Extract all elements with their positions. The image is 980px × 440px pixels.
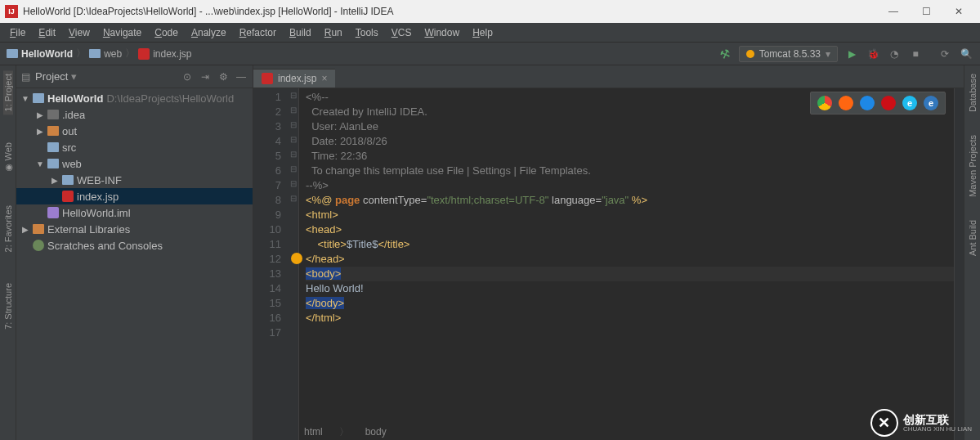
- scroll-from-source-button[interactable]: ⊙: [181, 70, 194, 83]
- search-everywhere-button[interactable]: 🔍: [959, 47, 973, 61]
- menu-analyze[interactable]: Analyze: [185, 25, 233, 40]
- watermark-subtext: CHUANG XIN HU LIAN: [903, 425, 972, 433]
- tool-window-ant-build[interactable]: Ant Build: [968, 217, 978, 259]
- tool-window-database[interactable]: Database: [968, 70, 978, 115]
- code-content[interactable]: <%-- Created by IntelliJ IDEA. User: Ala…: [299, 88, 954, 440]
- chrome-browser-button[interactable]: [817, 96, 832, 110]
- stop-button[interactable]: ■: [908, 47, 923, 61]
- jsp-icon: [138, 48, 150, 60]
- menu-view[interactable]: View: [62, 25, 96, 40]
- project-tree[interactable]: ▼HelloWorld D:\IdeaProjects\HelloWorld▶.…: [16, 88, 253, 440]
- menu-tools[interactable]: Tools: [349, 25, 385, 40]
- close-tab-icon[interactable]: ×: [321, 73, 327, 84]
- safari-browser-button[interactable]: [860, 96, 875, 110]
- edge-browser-button[interactable]: e: [924, 96, 938, 110]
- menu-navigate[interactable]: Navigate: [96, 25, 148, 40]
- editor-area: index.jsp × 1234567891011121314151617 ⊟⊟…: [253, 65, 964, 440]
- expand-arrow[interactable]: ▼: [21, 94, 29, 103]
- jsp-icon: [262, 73, 273, 84]
- menu-file[interactable]: File: [3, 25, 32, 40]
- menu-window[interactable]: Window: [418, 25, 466, 40]
- breadcrumb-helloworld[interactable]: HelloWorld: [7, 48, 73, 60]
- menu-build[interactable]: Build: [283, 25, 318, 40]
- breadcrumb-node-body[interactable]: body: [360, 426, 392, 438]
- window-title: HelloWorld [D:\IdeaProjects\HelloWorld] …: [23, 6, 877, 17]
- coverage-button[interactable]: ◔: [887, 47, 902, 61]
- minimize-button[interactable]: —: [877, 0, 910, 23]
- breadcrumb-index-jsp[interactable]: index.jsp: [138, 48, 191, 60]
- tool-window----project[interactable]: 1: Project: [3, 70, 13, 114]
- intention-bulb-icon[interactable]: [291, 253, 302, 264]
- debug-button[interactable]: 🐞: [866, 47, 880, 61]
- tomcat-icon: [746, 50, 754, 58]
- line-number-gutter: 1234567891011121314151617: [253, 88, 288, 440]
- menu-refactor[interactable]: Refactor: [233, 25, 283, 40]
- menu-bar: FileEditViewNavigateCodeAnalyzeRefactorB…: [0, 23, 980, 43]
- tree-item--idea[interactable]: ▶.idea: [16, 106, 253, 123]
- expand-arrow[interactable]: ▶: [36, 110, 44, 119]
- project-panel-title[interactable]: Project: [35, 70, 68, 83]
- expand-arrow[interactable]: ▶: [21, 225, 29, 234]
- menu-help[interactable]: Help: [466, 25, 499, 40]
- firefox-browser-button[interactable]: [839, 96, 853, 110]
- menu-code[interactable]: Code: [148, 25, 185, 40]
- run-config-selector[interactable]: Tomcat 8.5.33 ▾: [739, 46, 838, 62]
- chevron-down-icon[interactable]: ▾: [71, 70, 77, 83]
- error-stripe[interactable]: [954, 88, 964, 440]
- watermark: ✕ 创新互联 CHUANG XIN HU LIAN: [870, 409, 972, 437]
- ie-browser-button[interactable]: e: [902, 96, 917, 110]
- folder-icon: [7, 49, 18, 58]
- tool-window----structure[interactable]: 7: Structure: [3, 280, 13, 333]
- iml-icon: [47, 207, 59, 218]
- app-icon: IJ: [5, 5, 18, 18]
- tree-item-helloworld-iml[interactable]: HelloWorld.iml: [16, 204, 253, 221]
- breadcrumb-node-html[interactable]: html: [299, 426, 328, 438]
- structure-breadcrumb[interactable]: html〉body: [299, 424, 392, 440]
- tree-item-web-inf[interactable]: ▶WEB-INF: [16, 172, 253, 188]
- tree-item-index-jsp[interactable]: index.jsp: [16, 188, 253, 204]
- tree-item-scratches-and-consoles[interactable]: Scratches and Consoles: [16, 237, 253, 254]
- right-tool-stripe: DatabaseMaven ProjectsAnt Build: [964, 65, 980, 440]
- breadcrumb: HelloWorld〉web〉index.jsp: [7, 47, 718, 61]
- breadcrumb-web[interactable]: web: [89, 48, 122, 60]
- menu-run[interactable]: Run: [318, 25, 349, 40]
- maximize-button[interactable]: ☐: [910, 0, 942, 23]
- folder-blue-icon: [47, 159, 59, 168]
- hide-panel-button[interactable]: —: [235, 70, 248, 83]
- close-button[interactable]: ✕: [942, 0, 975, 23]
- tree-item-out[interactable]: ▶out: [16, 123, 253, 139]
- run-config-label: Tomcat 8.5.33: [759, 48, 821, 60]
- tree-item-helloworld[interactable]: ▼HelloWorld D:\IdeaProjects\HelloWorld: [16, 90, 253, 106]
- navigation-toolbar: HelloWorld〉web〉index.jsp ⚒ Tomcat 8.5.33…: [0, 43, 980, 65]
- editor-body[interactable]: 1234567891011121314151617 ⊟⊟⊟⊟⊟⊟⊟⊟ <%-- …: [253, 88, 964, 440]
- build-button[interactable]: ⚒: [715, 44, 734, 63]
- tree-item-external-libraries[interactable]: ▶External Libraries: [16, 221, 253, 237]
- tree-item-web[interactable]: ▼web: [16, 155, 253, 172]
- tool-window-maven-projects[interactable]: Maven Projects: [968, 132, 978, 200]
- opera-browser-button[interactable]: [881, 96, 896, 110]
- update-button[interactable]: ⟳: [937, 47, 952, 61]
- expand-arrow[interactable]: ▼: [36, 159, 44, 168]
- tab-index-jsp[interactable]: index.jsp ×: [253, 69, 335, 88]
- tool-window----favorites[interactable]: 2: Favorites: [3, 202, 13, 255]
- run-button[interactable]: ▶: [844, 47, 859, 61]
- expand-arrow[interactable]: ▶: [51, 176, 59, 185]
- folder-blue-icon: [62, 175, 74, 185]
- expand-arrow[interactable]: ▶: [36, 127, 44, 136]
- project-view-icon: ▤: [21, 71, 30, 83]
- jsp-icon: [62, 191, 74, 202]
- folder-blue-icon: [33, 93, 44, 103]
- watermark-text: 创新互联: [903, 414, 972, 425]
- collapse-all-button[interactable]: ⇥: [199, 70, 212, 83]
- settings-button[interactable]: ⚙: [217, 70, 230, 83]
- scratch-icon: [33, 240, 44, 251]
- tree-item-src[interactable]: src: [16, 139, 253, 155]
- folder-orange-icon: [47, 126, 59, 136]
- chevron-down-icon: ▾: [826, 48, 830, 60]
- tab-label: index.jsp: [278, 73, 316, 84]
- menu-edit[interactable]: Edit: [32, 25, 62, 40]
- tool-window---web[interactable]: ◉ Web: [2, 139, 13, 177]
- menu-vcs[interactable]: VCS: [385, 25, 418, 40]
- fold-gutter[interactable]: ⊟⊟⊟⊟⊟⊟⊟⊟: [288, 88, 299, 440]
- watermark-icon: ✕: [870, 409, 898, 437]
